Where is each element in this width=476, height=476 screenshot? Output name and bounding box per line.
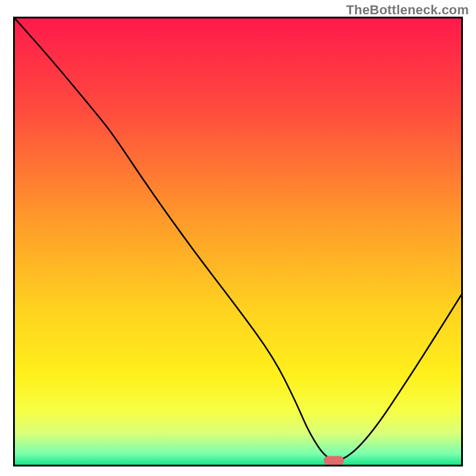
chart-container: TheBottleneck.com	[0, 0, 476, 476]
curve-layer	[15, 18, 461, 465]
bottleneck-curve	[15, 18, 461, 461]
optimal-marker	[324, 456, 344, 465]
plot-frame	[13, 17, 463, 466]
watermark-text: TheBottleneck.com	[346, 2, 469, 18]
